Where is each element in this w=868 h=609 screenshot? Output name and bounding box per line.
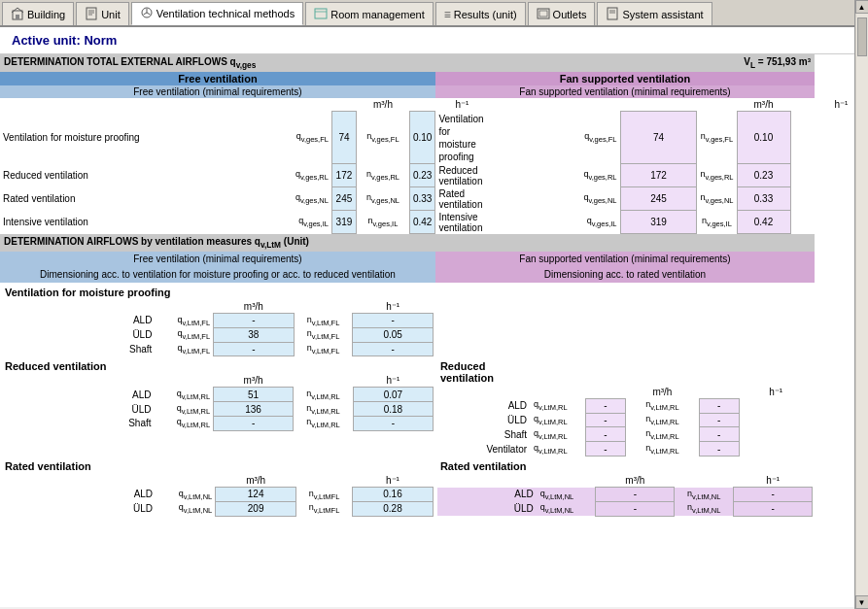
scrollbar[interactable]: ▲ ▼ <box>854 54 868 607</box>
row3-n-val-free: 0.33 <box>409 187 434 211</box>
sec2-free-dim: Dimensioning acc. to ventilation for moi… <box>0 266 435 283</box>
svg-rect-2 <box>87 8 96 19</box>
moisture-m3h: m³/h <box>214 300 294 314</box>
list-item: ALD qv,LtM,NL 124 nv,LtMFL 0.16 <box>2 488 433 502</box>
tab-ventilation[interactable]: Ventilation technical methods <box>131 2 303 25</box>
moisture-shaft-q: - <box>214 342 294 356</box>
row2-q-sub-fan: qv,ges,RL <box>489 164 620 187</box>
free-vent-header: Free ventilation <box>0 72 435 85</box>
list-item: ÜLD qv,LtM,NL 209 nv,LtMFL 0.28 <box>2 501 433 516</box>
row4-label-fan: Intensive ventilation <box>435 211 489 234</box>
tab-room[interactable]: Room management <box>305 2 434 25</box>
row4-q-sub-fan: qv,ges,IL <box>489 211 620 234</box>
fan-label-spacer <box>489 98 697 112</box>
row3-n-sub-free: nv,ges,NL <box>356 187 409 211</box>
reduced-section-row: Reduced ventilation m³/h h⁻¹ ALD qv,LtM,… <box>0 356 868 457</box>
section1-header: DETERMINATION TOTAL EXTERNAL AIRFLOWS qv… <box>0 54 815 72</box>
fan-min-subheader: Fan supported ventilation (minimal requi… <box>435 85 815 98</box>
row1-q-sub-fan: qv,ges,FL <box>489 112 620 164</box>
row4-q-sub-free: qv,ges,IL <box>260 211 332 234</box>
fan-q-spacer <box>697 98 737 112</box>
moisture-ald-n: - <box>353 314 433 328</box>
free-min-subheader: Free ventilation (minimal requirements) <box>0 85 435 98</box>
moisture-uld-n: 0.05 <box>353 327 433 342</box>
moisture-h1: h⁻¹ <box>353 300 433 314</box>
assistant-icon <box>606 7 619 22</box>
row1-n-val-free: 0.10 <box>409 112 434 164</box>
tab-results-label: Results (unit) <box>454 9 517 20</box>
fan-m3h-label: m³/h <box>737 98 790 112</box>
list-item: ALD qv,LtM,RL - nv,LtM,RL - <box>437 398 813 413</box>
tab-building[interactable]: Building <box>2 2 74 25</box>
tab-bar: Building Unit Ventilation technical meth… <box>0 0 868 27</box>
row2-label-free: Reduced ventilation <box>0 164 260 187</box>
tab-room-label: Room management <box>330 9 425 20</box>
fan-rated-label: Rated ventilation <box>437 459 813 474</box>
list-item: Ventilator qv,LtM,RL - nv,LtM,RL - <box>437 442 813 457</box>
scroll-track[interactable] <box>856 54 868 595</box>
row1-label-fan: Ventilation for moisture proofing <box>435 112 489 164</box>
free-label-spacer <box>0 98 331 112</box>
row3-label-free: Rated ventilation <box>0 187 260 211</box>
row4-n-val-fan: 0.42 <box>737 211 790 234</box>
list-item: Shaft qv,LtM,RL - nv,LtM,RL - <box>437 427 813 442</box>
row3-q-sub-fan: qv,ges,NL <box>489 187 620 211</box>
list-item: ÜLD qv,LtM,RL - nv,LtM,RL - <box>437 413 813 427</box>
rated-label: Rated ventilation <box>2 459 433 474</box>
free-m3h-label: m³/h <box>356 98 409 112</box>
sec2-free-header: Free ventilation (minimal requirements) <box>0 252 435 266</box>
row3-n-val-fan: 0.33 <box>737 187 790 211</box>
row4-n-sub-fan: nv,ges,IL <box>697 211 737 234</box>
table-row: Rated ventilation qv,ges,NL 245 nv,ges,N… <box>0 187 868 211</box>
main-table: DETERMINATION TOTAL EXTERNAL AIRFLOWS qv… <box>0 54 868 517</box>
row4-q-val-fan: 319 <box>620 211 697 234</box>
section2-header: DETERMINATION AIRFLOWS by ventilation me… <box>0 234 815 253</box>
active-unit-label: Active unit: Norm <box>0 27 868 54</box>
tab-building-label: Building <box>27 9 65 20</box>
tab-ventilation-label: Ventilation technical methods <box>156 8 295 19</box>
list-item: ÜLD qv,LtM,FL 38 nv,LtM,FL 0.05 <box>2 327 433 342</box>
list-item: ALD qv,LtM,NL - nv,LtM,NL - <box>437 488 813 502</box>
row4-q-val-free: 319 <box>331 211 356 234</box>
row1-q-val-fan: 74 <box>620 112 697 164</box>
tab-outlets-label: Outlets <box>553 9 587 20</box>
list-item: Shaft qv,LtM,RL - nv,LtM,RL - <box>2 416 433 430</box>
scroll-down-button[interactable]: ▼ <box>855 595 869 607</box>
row1-n-sub-fan: nv,ges,FL <box>697 112 737 164</box>
reduced-label: Reduced ventilation <box>2 359 433 374</box>
fan-reduced-label: Reducedventilation <box>437 359 813 386</box>
list-item: ÜLD qv,LtM,RL 136 nv,LtM,RL 0.18 <box>2 402 433 417</box>
fan-n-spacer <box>790 98 815 112</box>
row2-q-val-fan: 172 <box>620 164 697 187</box>
row3-q-val-free: 245 <box>331 187 356 211</box>
row2-n-val-free: 0.23 <box>409 164 434 187</box>
results-icon: ≡ <box>444 8 451 21</box>
svg-rect-10 <box>539 11 547 17</box>
row2-q-sub-free: qv,ges,RL <box>260 164 332 187</box>
table-row: Intensive ventilation qv,ges,IL 319 nv,g… <box>0 211 868 234</box>
scroll-thumb[interactable] <box>857 54 867 56</box>
row4-n-val-free: 0.42 <box>409 211 434 234</box>
svg-rect-7 <box>315 9 327 18</box>
moisture-shaft-n: - <box>353 342 433 356</box>
list-item: ALD qv,LtM,FL - nv,LtM,FL - <box>2 314 433 328</box>
free-n-spacer <box>409 98 434 112</box>
tab-outlets[interactable]: Outlets <box>528 2 596 25</box>
list-item: ÜLD qv,LtM,NL - nv,LtM,NL - <box>437 501 813 516</box>
outlets-icon <box>537 7 550 22</box>
row2-n-val-fan: 0.23 <box>737 164 790 187</box>
room-icon <box>314 7 328 22</box>
ventilation-icon <box>140 6 154 21</box>
tab-assistant[interactable]: System assistant <box>597 2 712 25</box>
row2-label-fan: Reduced ventilation <box>435 164 489 187</box>
main-content: DETERMINATION TOTAL EXTERNAL AIRFLOWS qv… <box>0 54 868 607</box>
row4-label-free: Intensive ventilation <box>0 211 260 234</box>
table-row: Ventilation for moisture proofing qv,ges… <box>0 112 868 164</box>
rated-section-row: Rated ventilation m³/h h⁻¹ ALD qv,LtM,NL <box>0 457 868 517</box>
unit-icon <box>85 7 98 22</box>
fan-vent-header: Fan supported ventilation <box>435 72 815 85</box>
tab-unit[interactable]: Unit <box>76 2 129 25</box>
tab-results[interactable]: ≡ Results (unit) <box>435 2 526 25</box>
row1-n-sub-free: nv,ges,FL <box>356 112 409 164</box>
row1-label-free: Ventilation for moisture proofing <box>0 112 260 164</box>
